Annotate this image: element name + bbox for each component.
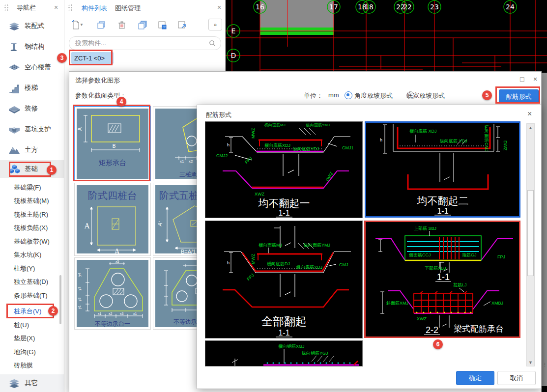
sidebar-item-hollow-slab[interactable]: 空心楼盖 — [0, 57, 64, 78]
layer-copy-button[interactable] — [136, 19, 149, 31]
dim-label: x1 — [98, 312, 102, 315]
tile-rectangular-pile-cap[interactable]: A B 矩形承台 — [74, 106, 151, 181]
label: 横向底筋 XDJ — [409, 129, 437, 134]
rebar-card-no-turnup-one[interactable]: 横向面筋MJ 纵向面筋YMJ 横向底筋XDJ 纵向底筋YDJ — [205, 121, 363, 218]
unit-value: mm — [328, 91, 339, 99]
sidebar-item-raft-main-rebar[interactable]: 筏板主筋(R) — [0, 208, 78, 221]
rebar-card-beam-type[interactable]: 上部筋 SBJ 侧面筋CCJ 箍筋GJ 下部筋XBJ FPJ 1-1 — [364, 221, 520, 338]
ok-button[interactable]: 确定 — [456, 371, 494, 385]
annotation-badge-6: 6 — [433, 339, 443, 349]
sidebar-item-column-pier[interactable]: 柱墩(Y) — [0, 262, 78, 275]
tile-drawing: x5 x1 x2 x3 x1 y4 y3 y2 y1 不等边承台一 — [77, 260, 148, 327]
dim-label-a-left: A — [84, 222, 90, 230]
close-icon[interactable]: × — [54, 4, 58, 11]
scrollbar-thumb[interactable] — [527, 190, 534, 276]
tile-unequal-side-cap-one[interactable]: x5 x1 x2 x3 x1 y4 y3 y2 y1 不等边承台一 — [74, 257, 151, 330]
annotation-badge-4: 4 — [116, 97, 126, 107]
dialog-title: 配筋形式 — [206, 111, 231, 119]
sidebar-item-strip-foundation[interactable]: 条形基础(T) — [0, 289, 78, 302]
card-caption: 均不翻起二 — [417, 195, 469, 206]
drag-handle-icon[interactable] — [4, 4, 9, 11]
label: FPJ — [497, 254, 505, 259]
tab-component-list[interactable]: 构件列表 — [82, 4, 107, 13]
card-caption: 梁式配筋承台 — [454, 324, 504, 334]
rebar-card-no-turnup-two[interactable]: 横向底筋 XDJ 纵向底筋 YDJ 纵向面筋CMJ DWZ h 均不翻起二 1-… — [365, 121, 520, 218]
dim-label: y4 — [78, 273, 82, 277]
assembly-icon — [8, 21, 21, 31]
maximize-icon[interactable]: □ — [520, 75, 524, 83]
label: h — [380, 138, 382, 142]
stacked-layers-icon — [138, 20, 147, 30]
section-label: 1-1 — [437, 272, 450, 282]
new-document-icon — [71, 20, 81, 30]
delete-component-button[interactable] — [115, 19, 129, 31]
sidebar-item-sump-pit[interactable]: 集水坑(K) — [0, 248, 78, 261]
scroll-up-icon[interactable]: ▲ — [527, 124, 534, 131]
rebar-card-all-turnup[interactable]: 横向面筋MJ 纵向面筋YMJ 横向底筋DJ 纵向底筋YDJ MWZ CMJ FP… — [205, 221, 363, 338]
sidebar-item-cushion[interactable]: 垫层(X) — [0, 332, 78, 345]
grid-label: 24 — [506, 3, 515, 11]
trash-icon — [117, 20, 127, 30]
dim-label-top: x5 — [115, 260, 119, 263]
cad-grid: 16 17 18 18 22 22 23 24 E D — [225, 0, 547, 79]
tab-drawing-management[interactable]: 图纸管理 — [115, 4, 141, 13]
sidebar-item-raft-negative-rebar[interactable]: 筏板负筋(X) — [0, 221, 78, 234]
label: 上部筋 SBJ — [414, 226, 436, 231]
annotation-badge-5: 5 — [482, 90, 492, 100]
sidebar-item-steel[interactable]: 钢结构 — [0, 36, 64, 57]
cad-green-bar — [260, 31, 334, 35]
sidebar-item-pile-cap[interactable]: 桩承台(V) — [0, 305, 78, 318]
sidebar-item-foundation-strip[interactable]: 基础板带(W) — [0, 235, 78, 248]
sidebar-scrollbar[interactable] — [59, 275, 61, 324]
foundation-icon — [8, 164, 21, 174]
sidebar-item-brick-membrane[interactable]: 砖胎膜 — [0, 359, 78, 372]
radio-angle-slope[interactable] — [345, 91, 352, 99]
navigation-sidebar: 导航栏 × 装配式 钢结构 空心楼盖 楼梯 装修 基坑支护 — [0, 0, 64, 392]
toolbar-overflow-button[interactable]: » — [208, 19, 222, 30]
sidebar-item-trench[interactable]: 地沟(G) — [0, 345, 78, 359]
sidebar-item-label: 钢结构 — [25, 42, 45, 51]
decoration-icon — [8, 103, 21, 114]
label: XWZ — [417, 316, 427, 321]
close-icon[interactable]: × — [217, 4, 221, 11]
cancel-button[interactable]: 取消 — [497, 371, 536, 385]
sidebar-item-raft-foundation[interactable]: 筏板基础(M) — [0, 194, 78, 207]
save-block-button[interactable] — [155, 19, 169, 31]
sidebar-item-label: 楼梯 — [25, 84, 38, 92]
tile-stepped-four-pile-cap[interactable]: 阶式四桩台 A A — [74, 183, 151, 256]
dim-label-x1: x1 — [180, 159, 184, 164]
sidebar-item-decoration[interactable]: 装修 — [0, 98, 64, 119]
rebar-form-button[interactable]: 配筋形式 — [499, 89, 539, 104]
rebar-card-partial[interactable]: 横向钢筋XGJ 纵向钢筋YGJ — [205, 340, 363, 366]
label: 纵向面筋CMJ — [484, 125, 489, 152]
export-block-button[interactable] — [175, 19, 189, 31]
earthwork-icon — [8, 144, 21, 155]
component-list-item-zct1[interactable]: ZCT-1 <0> — [71, 52, 114, 64]
grid-label: 17 — [329, 3, 338, 11]
sidebar-item-stairs[interactable]: 楼梯 — [0, 78, 64, 98]
search-input[interactable]: 搜索构件... — [69, 36, 221, 50]
export-block-icon — [177, 20, 187, 30]
chevron-down-icon[interactable]: ▼ — [80, 23, 84, 27]
sidebar-item-earthwork[interactable]: 土方 — [0, 140, 64, 160]
sidebar-item-label: 其它 — [25, 379, 38, 388]
sidebar-item-foundation-beam[interactable]: 基础梁(F) — [0, 181, 78, 194]
rebar-sketch: 上部筋 SBJ 侧面筋CCJ 箍筋GJ 下部筋XBJ FPJ 1-1 — [366, 222, 519, 336]
rebar-sketch: 横向钢筋XGJ 纵向钢筋YGJ — [205, 341, 363, 366]
dim-label: y2 — [78, 298, 82, 302]
save-block-icon — [157, 20, 167, 30]
close-icon[interactable]: × — [533, 75, 537, 83]
sidebar-item-assembly[interactable]: 装配式 — [0, 16, 64, 36]
sidebar-item-label: 空心楼盖 — [25, 63, 51, 72]
label: 斜面筋XMJ — [386, 301, 408, 306]
dialog-scrollbar[interactable]: ▲ ▼ — [526, 123, 535, 366]
sidebar-item-pile[interactable]: 桩(U) — [0, 318, 78, 332]
close-icon[interactable]: × — [527, 110, 532, 118]
scroll-down-icon[interactable]: ▼ — [527, 359, 534, 366]
sidebar-item-independent-foundation[interactable]: 独立基础(D) — [0, 275, 78, 288]
sidebar-item-pit-support[interactable]: 基坑支护 — [0, 119, 64, 140]
rebar-sketch: 横向底筋 XDJ 纵向底筋 YDJ 纵向面筋CMJ DWZ h 均不翻起二 1-… — [366, 123, 519, 216]
copy-component-button[interactable] — [94, 19, 108, 31]
drag-handle-icon[interactable] — [68, 4, 73, 11]
sidebar-item-other[interactable]: 其它 — [0, 374, 64, 392]
